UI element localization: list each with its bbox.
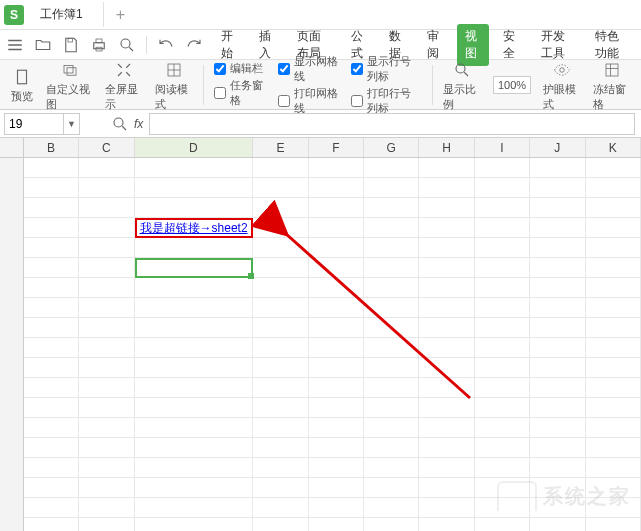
chk-editbar[interactable]: 编辑栏: [214, 61, 266, 76]
cell[interactable]: [475, 258, 530, 278]
grid-body[interactable]: 我是超链接→sheet2: [0, 158, 641, 531]
cell[interactable]: [419, 518, 474, 531]
col-C[interactable]: C: [79, 138, 134, 157]
row-header[interactable]: [0, 498, 24, 518]
row-header[interactable]: [0, 358, 24, 378]
cell[interactable]: [24, 398, 79, 418]
col-I[interactable]: I: [475, 138, 530, 157]
cell[interactable]: [364, 218, 419, 238]
cell[interactable]: [309, 478, 364, 498]
cell[interactable]: [364, 278, 419, 298]
col-E[interactable]: E: [253, 138, 308, 157]
cell[interactable]: [24, 158, 79, 178]
cell[interactable]: [253, 278, 308, 298]
cell[interactable]: [253, 398, 308, 418]
cell[interactable]: [309, 498, 364, 518]
cell[interactable]: [364, 158, 419, 178]
cell[interactable]: [419, 318, 474, 338]
row-header[interactable]: [0, 438, 24, 458]
cell[interactable]: [24, 498, 79, 518]
zoom-group[interactable]: 显示比例: [439, 58, 485, 112]
cell[interactable]: [419, 278, 474, 298]
cell[interactable]: [586, 458, 641, 478]
row-header[interactable]: [0, 158, 24, 178]
cell[interactable]: [79, 358, 134, 378]
cell[interactable]: [475, 198, 530, 218]
cell[interactable]: [586, 318, 641, 338]
row-header[interactable]: [0, 518, 24, 531]
row-header[interactable]: [0, 458, 24, 478]
cell[interactable]: [530, 338, 585, 358]
cell[interactable]: [24, 238, 79, 258]
cell[interactable]: [475, 178, 530, 198]
cell[interactable]: [309, 258, 364, 278]
cell[interactable]: 我是超链接→sheet2: [135, 218, 254, 238]
cell[interactable]: [586, 398, 641, 418]
cell[interactable]: [79, 218, 134, 238]
cell[interactable]: [364, 418, 419, 438]
cell[interactable]: [253, 318, 308, 338]
cell[interactable]: [364, 338, 419, 358]
col-K[interactable]: K: [586, 138, 641, 157]
cell[interactable]: [135, 318, 254, 338]
cell[interactable]: [79, 178, 134, 198]
cell[interactable]: [79, 278, 134, 298]
row-header[interactable]: [0, 198, 24, 218]
cell[interactable]: [364, 518, 419, 531]
chk-printgrid[interactable]: 打印网格线: [278, 86, 339, 116]
cell[interactable]: [475, 378, 530, 398]
cell[interactable]: [253, 298, 308, 318]
cell[interactable]: [253, 158, 308, 178]
cell[interactable]: [364, 498, 419, 518]
cell[interactable]: [586, 218, 641, 238]
cell[interactable]: [419, 298, 474, 318]
cell[interactable]: [364, 198, 419, 218]
cell[interactable]: [475, 318, 530, 338]
cell[interactable]: [586, 258, 641, 278]
cell[interactable]: [309, 158, 364, 178]
preview-group[interactable]: 预览: [6, 65, 38, 104]
open-icon[interactable]: [34, 36, 52, 54]
cell[interactable]: [419, 378, 474, 398]
cell[interactable]: [530, 298, 585, 318]
cell[interactable]: [79, 518, 134, 531]
cell[interactable]: [135, 358, 254, 378]
cell[interactable]: [79, 258, 134, 278]
cell[interactable]: [309, 458, 364, 478]
cell[interactable]: [24, 278, 79, 298]
col-B[interactable]: B: [24, 138, 79, 157]
cell[interactable]: [475, 358, 530, 378]
cell[interactable]: [419, 458, 474, 478]
preview-icon[interactable]: [118, 36, 136, 54]
chk-showrowcol[interactable]: 显示行号列标: [351, 54, 422, 84]
cell[interactable]: [586, 438, 641, 458]
cell[interactable]: [253, 518, 308, 531]
cell[interactable]: [586, 298, 641, 318]
cell[interactable]: [135, 398, 254, 418]
cell[interactable]: [253, 478, 308, 498]
cell[interactable]: [419, 218, 474, 238]
cell[interactable]: [79, 478, 134, 498]
cell[interactable]: [135, 338, 254, 358]
cell[interactable]: [253, 338, 308, 358]
row-header[interactable]: [0, 278, 24, 298]
cell[interactable]: [79, 238, 134, 258]
cell[interactable]: [475, 438, 530, 458]
menu-icon[interactable]: [6, 36, 24, 54]
cell[interactable]: [419, 338, 474, 358]
cell[interactable]: [475, 338, 530, 358]
cell[interactable]: [135, 298, 254, 318]
cell[interactable]: [24, 178, 79, 198]
cell[interactable]: [586, 178, 641, 198]
row-header[interactable]: [0, 338, 24, 358]
cell[interactable]: [530, 398, 585, 418]
chk-taskpane[interactable]: 任务窗格: [214, 78, 266, 108]
cell[interactable]: [79, 438, 134, 458]
cell[interactable]: [24, 358, 79, 378]
cell[interactable]: [135, 438, 254, 458]
cell[interactable]: [135, 198, 254, 218]
cell[interactable]: [253, 218, 308, 238]
cell[interactable]: [530, 458, 585, 478]
cell[interactable]: [253, 418, 308, 438]
cell[interactable]: [253, 498, 308, 518]
